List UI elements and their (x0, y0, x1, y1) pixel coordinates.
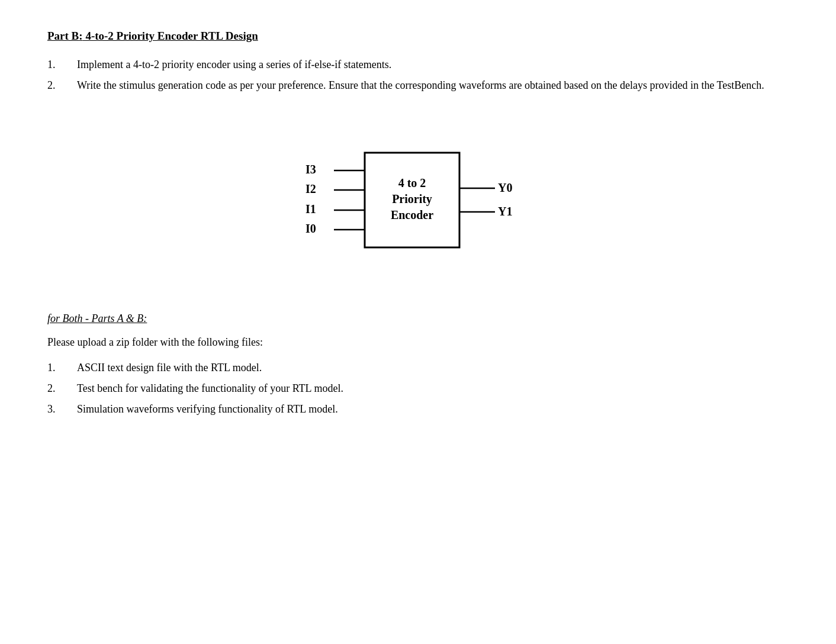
file-item-1: 1. ASCII text design file with the RTL m… (47, 360, 789, 376)
file-text-3: Simulation waveforms verifying functiona… (77, 401, 789, 417)
svg-text:I1: I1 (306, 202, 316, 215)
task-text-2: Write the stimulus generation code as pe… (77, 78, 789, 94)
file-number-2: 2. (47, 381, 77, 397)
task-item-1: 1. Implement a 4-to-2 priority encoder u… (47, 57, 789, 73)
task-number-1: 1. (47, 57, 77, 73)
part-b-label: Part B (47, 30, 79, 42)
file-text-2: Test bench for validating the functional… (77, 381, 789, 397)
file-list: 1. ASCII text design file with the RTL m… (47, 360, 789, 417)
svg-text:I2: I2 (306, 182, 316, 195)
file-number-3: 3. (47, 401, 77, 417)
diagram-container: I3 I2 I1 I0 4 to 2 Priority Encoder Y0 Y… (47, 123, 789, 277)
svg-text:Y0: Y0 (498, 181, 512, 194)
task-number-2: 2. (47, 78, 77, 94)
encoder-diagram: I3 I2 I1 I0 4 to 2 Priority Encoder Y0 Y… (294, 123, 542, 277)
task-list: 1. Implement a 4-to-2 priority encoder u… (47, 57, 789, 94)
for-both-heading: for Both - Parts A & B: (47, 313, 789, 325)
svg-text:4 to 2: 4 to 2 (398, 176, 426, 189)
upload-text: Please upload a zip folder with the foll… (47, 334, 789, 350)
file-item-3: 3. Simulation waveforms verifying functi… (47, 401, 789, 417)
svg-text:Priority: Priority (392, 192, 432, 206)
svg-text:Y1: Y1 (498, 205, 512, 218)
file-number-1: 1. (47, 360, 77, 376)
svg-text:Encoder: Encoder (391, 208, 433, 221)
file-text-1: ASCII text design file with the RTL mode… (77, 360, 789, 376)
svg-text:I3: I3 (306, 163, 316, 176)
task-text-1: Implement a 4-to-2 priority encoder usin… (77, 57, 789, 73)
diagram-svg: I3 I2 I1 I0 4 to 2 Priority Encoder Y0 Y… (294, 123, 542, 277)
part-b-heading: Part B: 4-to-2 Priority Encoder RTL Desi… (47, 30, 789, 43)
svg-text:I0: I0 (306, 222, 316, 235)
heading-title: 4-to-2 Priority Encoder RTL Design (83, 30, 258, 42)
task-item-2: 2. Write the stimulus generation code as… (47, 78, 789, 94)
file-item-2: 2. Test bench for validating the functio… (47, 381, 789, 397)
